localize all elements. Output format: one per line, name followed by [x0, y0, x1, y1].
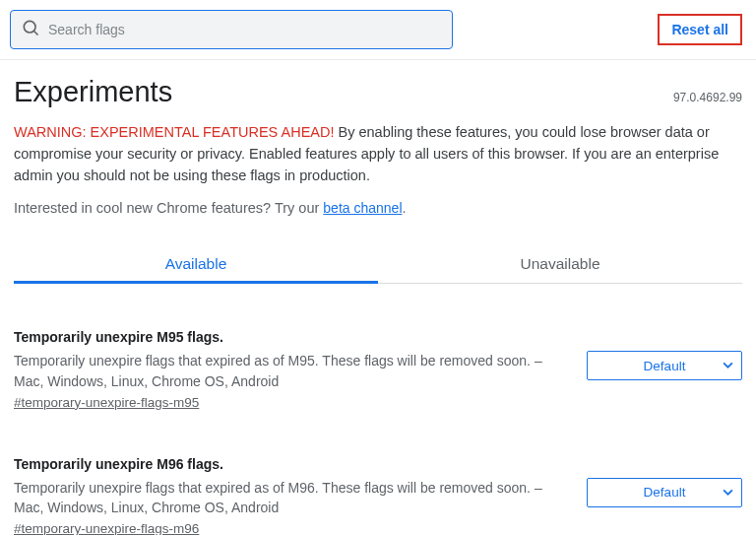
flag-control: Default [587, 456, 742, 507]
search-icon [21, 18, 40, 41]
flag-description: Temporarily unexpire flags that expired … [14, 478, 567, 518]
warning-head: WARNING: EXPERIMENTAL FEATURES AHEAD! [14, 124, 335, 140]
interest-prefix: Interested in cool new Chrome features? … [14, 200, 323, 216]
flag-select-value: Default [644, 485, 686, 500]
page-title: Experiments [14, 76, 172, 108]
reset-all-button[interactable]: Reset all [658, 14, 742, 45]
flag-control: Default [587, 329, 742, 380]
search-input[interactable] [48, 22, 442, 37]
flag-info: Temporarily unexpire M96 flags. Temporar… [14, 456, 587, 535]
search-box[interactable] [10, 10, 453, 49]
svg-point-0 [24, 21, 35, 33]
svg-line-1 [34, 32, 38, 35]
flag-item: Temporarily unexpire M96 flags. Temporar… [14, 411, 742, 535]
interest-suffix: . [403, 200, 407, 216]
flag-title: Temporarily unexpire M96 flags. [14, 456, 567, 472]
flag-anchor-link[interactable]: #temporary-unexpire-flags-m95 [14, 395, 199, 410]
topbar: Reset all [0, 0, 756, 60]
flag-select-value: Default [644, 359, 686, 373]
tab-available[interactable]: Available [14, 243, 378, 284]
beta-channel-link[interactable]: beta channel [323, 200, 402, 216]
flag-title: Temporarily unexpire M95 flags. [14, 329, 567, 345]
flag-info: Temporarily unexpire M95 flags. Temporar… [14, 329, 587, 411]
flag-item: Temporarily unexpire M95 flags. Temporar… [14, 284, 742, 411]
tab-unavailable[interactable]: Unavailable [378, 243, 742, 284]
flag-select[interactable]: Default [587, 478, 742, 507]
interest-text: Interested in cool new Chrome features? … [14, 200, 742, 216]
flag-description: Temporarily unexpire flags that expired … [14, 351, 567, 391]
flag-select[interactable]: Default [587, 351, 742, 380]
version-label: 97.0.4692.99 [673, 91, 742, 104]
chevron-down-icon [723, 484, 733, 502]
chevron-down-icon [723, 357, 733, 374]
warning-text: WARNING: EXPERIMENTAL FEATURES AHEAD! By… [14, 122, 742, 186]
main-container: Experiments 97.0.4692.99 WARNING: EXPERI… [0, 60, 756, 284]
tabs: Available Unavailable [14, 243, 742, 284]
flag-anchor-link[interactable]: #temporary-unexpire-flags-m96 [14, 521, 199, 535]
title-row: Experiments 97.0.4692.99 [14, 76, 742, 108]
flags-list: Temporarily unexpire M95 flags. Temporar… [0, 284, 756, 535]
